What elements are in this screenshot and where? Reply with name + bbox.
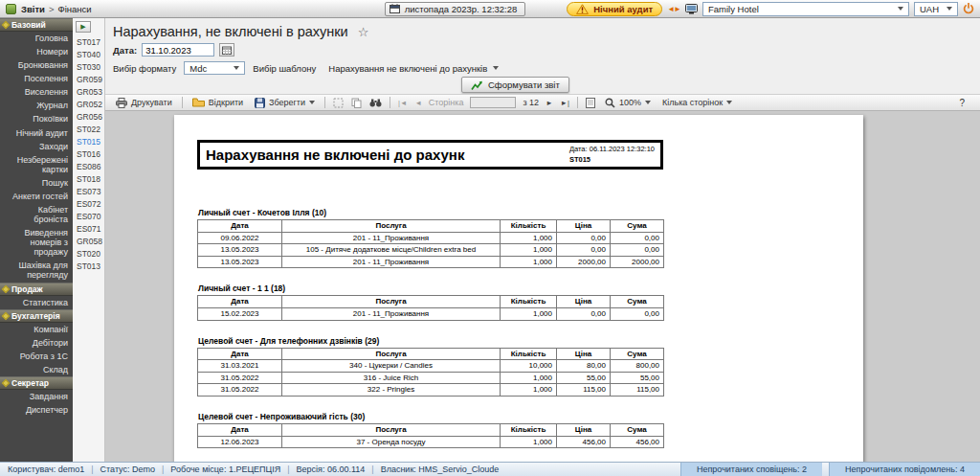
report-code-GR056[interactable]: GR056	[73, 110, 104, 123]
expand-icon[interactable]: ▶	[76, 21, 91, 33]
help-button[interactable]: ?	[949, 98, 974, 108]
night-audit-button[interactable]: Нічний аудит	[567, 2, 662, 16]
favorite-star-icon[interactable]: ☆	[358, 25, 369, 39]
date-input[interactable]	[142, 43, 214, 57]
report-cell: 1,000	[501, 307, 557, 320]
sidebar-item[interactable]: Компанії	[0, 323, 73, 336]
sidebar-item[interactable]: Номери	[0, 45, 73, 58]
sidebar-item[interactable]: Шахівка для перегляду	[0, 259, 73, 282]
sidebar-item[interactable]: Покоївки	[0, 112, 73, 125]
sidebar-item[interactable]: Завдання	[0, 390, 73, 403]
sidebar-section-label: Базовий	[11, 20, 46, 30]
sidebar-item[interactable]: Нічний аудит	[0, 126, 73, 140]
report-code-ST015[interactable]: ST015	[73, 135, 104, 147]
date-picker-button[interactable]	[219, 43, 234, 57]
toolbar-separator	[182, 97, 183, 108]
select-tool-icon[interactable]	[330, 98, 346, 108]
prev-page-button[interactable]: ◄	[412, 99, 424, 107]
next-page-button[interactable]: ►	[543, 99, 555, 107]
status-workplace: Робоче місце: 1.РЕЦЕПЦІЯ	[170, 465, 280, 474]
page-number-input[interactable]	[470, 97, 516, 108]
report-code-GR059[interactable]: GR059	[73, 73, 104, 85]
sidebar-item[interactable]: Головна	[0, 32, 73, 45]
template-select[interactable]: Нарахування не включені до рахунків	[323, 61, 503, 76]
report-code-ES073[interactable]: ES073	[73, 185, 104, 197]
report-code-ST022[interactable]: ST022	[73, 123, 104, 135]
open-button[interactable]: Відкрити	[188, 97, 248, 108]
breadcrumb-reports[interactable]: Звіти	[21, 4, 45, 14]
report-code-ST040[interactable]: ST040	[73, 48, 104, 60]
report-date-label: Дата:	[569, 145, 588, 153]
report-cell: 456,00	[611, 436, 664, 448]
report-code-GR052[interactable]: GR052	[73, 98, 104, 110]
generate-report-button[interactable]: Сформувати звіт	[461, 77, 569, 93]
report-code-ST017[interactable]: ST017	[73, 35, 104, 48]
sidebar-item[interactable]: Робота з 1С	[0, 350, 73, 363]
power-icon[interactable]	[963, 3, 974, 14]
sidebar: БазовийГоловнаНомериБронюванняПоселенняВ…	[0, 18, 73, 462]
sidebar-item[interactable]: Анкети гостей	[0, 190, 73, 203]
format-value: Mdc	[189, 63, 207, 74]
report-cell: 1,000	[501, 232, 557, 244]
status-owner: Власник: HMS_Servio_Cloude	[381, 465, 500, 474]
sidebar-item[interactable]: Кабінет броніста	[0, 203, 73, 226]
sidebar-section-header[interactable]: Продаж	[0, 283, 73, 296]
print-button[interactable]: Друкувати	[111, 97, 177, 109]
search-icon[interactable]	[367, 99, 385, 107]
chevron-down-icon	[493, 66, 499, 70]
single-page-icon[interactable]	[583, 98, 598, 108]
hotel-select[interactable]: Family Hotel	[702, 2, 909, 16]
report-table: ДатаПослугаКількістьЦінаСума12.06.202337…	[197, 423, 664, 448]
format-select[interactable]: Mdc	[184, 61, 245, 75]
sidebar-section-header[interactable]: Бухгалтерія	[0, 309, 73, 323]
swap-arrows-icon[interactable]: ◄►	[667, 5, 680, 13]
sidebar-item[interactable]: Виведення номерів з продажу	[0, 226, 73, 259]
report-header-row: ДатаПослугаКількістьЦінаСума	[198, 423, 664, 436]
sidebar-item[interactable]: Заходи	[0, 140, 73, 153]
report-code-ST018[interactable]: ST018	[73, 172, 104, 185]
first-page-button[interactable]: |◄	[395, 99, 410, 107]
messages-badge[interactable]: Непрочитаних повідомлень: 4	[829, 463, 980, 476]
last-page-button[interactable]: ►|	[558, 99, 572, 107]
report-col-header: Ціна	[557, 296, 611, 308]
report-code-ES072[interactable]: ES072	[73, 197, 104, 210]
save-button[interactable]: Зберегти	[250, 97, 320, 109]
report-code-ES070[interactable]: ES070	[73, 210, 104, 222]
currency-select[interactable]: UAH	[914, 2, 958, 16]
sidebar-item[interactable]: Поселення	[0, 72, 73, 85]
workstation-icon[interactable]	[685, 4, 698, 14]
notifications-badge[interactable]: Непрочитаних сповіщень: 2	[680, 463, 822, 476]
sidebar-item[interactable]: Дебітори	[0, 336, 73, 350]
multipage-button[interactable]: Кілька сторінок	[657, 97, 737, 108]
report-col-header: Сума	[611, 296, 664, 308]
report-code-ST013[interactable]: ST013	[73, 260, 104, 272]
report-code-ES086[interactable]: ES086	[73, 160, 104, 172]
sidebar-item[interactable]: Виселення	[0, 85, 73, 99]
sidebar-section-header[interactable]: Базовий	[0, 18, 73, 32]
sidebar-item[interactable]: Диспетчер	[0, 403, 73, 417]
report-cell: 201 - 11_Проживання	[282, 307, 501, 320]
report-code-ST016[interactable]: ST016	[73, 147, 104, 160]
sidebar-item[interactable]: Бронювання	[0, 58, 73, 72]
sidebar-item[interactable]: Пошук	[0, 176, 73, 190]
report-cell: 13.05.2023	[198, 256, 282, 268]
app-menu-icon[interactable]	[6, 4, 16, 14]
report-cell: 2000,00	[557, 256, 611, 268]
system-datetime[interactable]: листопада 2023р. 12:32:28	[385, 2, 526, 16]
report-code-GR058[interactable]: GR058	[73, 235, 104, 247]
sidebar-item[interactable]: Статистика	[0, 296, 73, 309]
generate-row: Сформувати звіт	[105, 75, 980, 94]
report-code-ST030[interactable]: ST030	[73, 60, 104, 73]
report-code-ES071[interactable]: ES071	[73, 222, 104, 235]
report-code: ST015	[569, 155, 590, 165]
zoom-control[interactable]: 100%	[600, 97, 656, 109]
sidebar-item[interactable]: Склад	[0, 363, 73, 376]
report-preview-area[interactable]: Нарахування не включені до рахунк Дата: …	[105, 111, 980, 462]
report-row: 12.06.202337 - Оренда посуду1,000456,004…	[198, 436, 664, 448]
report-code-ST020[interactable]: ST020	[73, 247, 104, 260]
sidebar-item[interactable]: Журнал	[0, 99, 73, 112]
sidebar-item[interactable]: Незбережені картки	[0, 153, 73, 176]
sidebar-section-header[interactable]: Секретар	[0, 376, 73, 390]
report-code-GR053[interactable]: GR053	[73, 85, 104, 98]
copy-icon[interactable]	[348, 98, 365, 108]
